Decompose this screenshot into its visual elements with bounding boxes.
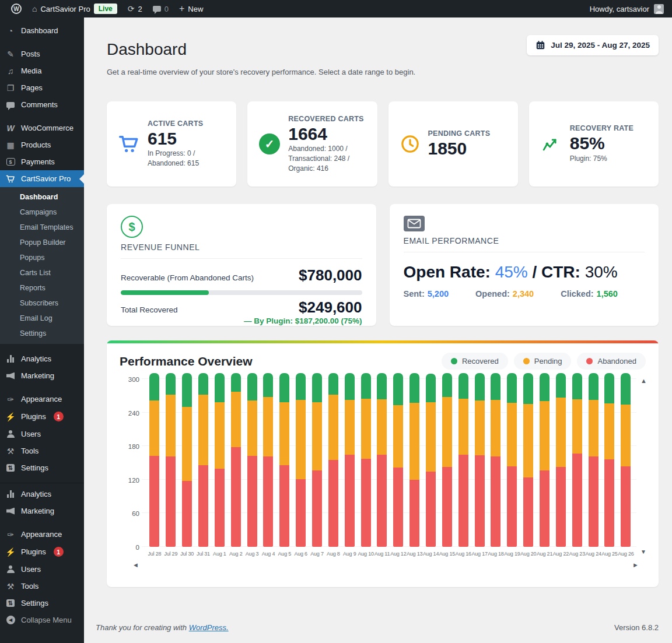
wordpress-logo-menu[interactable]: W (6, 0, 27, 17)
stacked-bar-jul-28 (149, 373, 159, 547)
bar-segment-recovered (182, 373, 192, 407)
sidebar-item-dashboard[interactable]: ◔Dashboard (0, 22, 84, 39)
trend-up-icon (541, 134, 562, 154)
bar-segment-abandoned (312, 470, 322, 547)
sidebar-subitem-settings[interactable]: Settings (0, 326, 84, 344)
sidebar-item-appearance[interactable]: ✑Appearance (0, 526, 84, 543)
legend-item-pending[interactable]: Pending (514, 353, 572, 370)
bar-segment-pending (345, 400, 355, 455)
date-range-picker[interactable]: Jul 29, 2025 - Aug 27, 2025 (527, 35, 659, 55)
sidebar-item-payments[interactable]: $Payments (0, 153, 84, 170)
wordpress-link[interactable]: WordPress. (189, 623, 229, 632)
dollar-circle-icon: $ (121, 216, 143, 238)
bar-segment-abandoned (621, 466, 631, 547)
sidebar-item-media[interactable]: ♫Media (0, 62, 84, 79)
sidebar-item-analytics[interactable]: Analytics (0, 350, 84, 367)
sidebar-item-analytics[interactable]: Analytics (0, 486, 84, 503)
sidebar-item-settings[interactable]: ⇅Settings (0, 459, 84, 476)
bar-slot (195, 373, 212, 547)
sidebar-separator (0, 476, 84, 483)
updates-link[interactable]: ⟳ 2 (123, 0, 148, 17)
sidebar-subitem-email-templates[interactable]: Email Templates (0, 220, 84, 235)
sidebar-subitem-subscribers[interactable]: Subscribers (0, 296, 84, 311)
sidebar-item-products[interactable]: ▦Products (0, 136, 84, 153)
sidebar-item-cartsavior-pro[interactable]: CartSavior Pro (0, 170, 84, 187)
sidebar-subitem-email-log[interactable]: Email Log (0, 311, 84, 326)
comments-link[interactable]: 0 (148, 0, 174, 17)
bar-segment-recovered (247, 373, 257, 400)
y-axis-label: 300 (120, 376, 139, 383)
sidebar-item-appearance[interactable]: ✑Appearance (0, 391, 84, 407)
stacked-bar-aug-10 (361, 373, 371, 547)
bar-segment-abandoned (263, 456, 273, 547)
wordpress-logo-icon: W (11, 3, 22, 14)
bar-slot (390, 373, 407, 547)
sidebar-subitem-popup-builder[interactable]: Popup Builder (0, 235, 84, 250)
bar-segment-pending (149, 400, 159, 456)
sidebar-subitem-popups[interactable]: Popups (0, 250, 84, 265)
scroll-left-icon[interactable]: ◄ (132, 562, 139, 568)
sidebar-item-label: Dashboard (21, 26, 58, 35)
stat-card-subline: In Progress: 0 / (148, 149, 203, 159)
sidebar-item-users[interactable]: Users (0, 426, 84, 442)
total-recovered-value: $249,600 (299, 298, 362, 317)
sidebar-item-collapse-menu[interactable]: ◀Collapse Menu (0, 612, 84, 628)
sidebar-item-comments[interactable]: Comments (0, 96, 84, 113)
check-circle-icon: ✓ (259, 133, 280, 154)
sidebar-item-tools[interactable]: ⚒Tools (0, 442, 84, 459)
legend-item-abandoned[interactable]: Abandoned (577, 353, 646, 370)
site-name-link[interactable]: ⌂ CartSavior Pro Live (27, 0, 123, 17)
x-axis-label: Aug 18 (488, 551, 504, 557)
x-axis-label: Aug 8 (325, 551, 341, 557)
stacked-bar-aug-1 (215, 373, 225, 547)
sidebar-subitem-carts-list[interactable]: Carts List (0, 265, 84, 280)
bar-slot (146, 373, 163, 547)
cart-icon (118, 135, 139, 153)
bar-segment-recovered (312, 373, 322, 402)
sidebar-item-marketing[interactable]: Marketing (0, 503, 84, 519)
sidebar-item-marketing[interactable]: Marketing (0, 367, 84, 384)
email-stat-opened: Opened:2,340 (475, 289, 534, 298)
bar-slot (260, 373, 276, 547)
sidebar-item-pages[interactable]: ❐Pages (0, 79, 84, 96)
stacked-bar-aug-20 (523, 373, 533, 547)
bar-slot (504, 373, 520, 547)
account-menu[interactable]: Howdy, cartsavior (590, 4, 666, 14)
scroll-down-icon[interactable]: ▼ (640, 549, 646, 555)
sidebar-item-users[interactable]: Users (0, 561, 84, 578)
footer-thanks-text: Thank you for creating with (96, 623, 189, 632)
sidebar-subitem-dashboard[interactable]: Dashboard (0, 187, 84, 205)
scroll-up-icon[interactable]: ▲ (640, 378, 647, 384)
bar-segment-abandoned (507, 466, 517, 547)
bar-segment-pending (198, 395, 208, 465)
legend-item-recovered[interactable]: Recovered (442, 353, 508, 370)
bar-segment-recovered (377, 373, 387, 399)
stat-card-body: ACTIVE CARTS615In Progress: 0 /Abandoned… (148, 120, 203, 168)
sidebar-item-plugins[interactable]: ⚡Plugins1 (0, 407, 84, 426)
bar-segment-abandoned (345, 455, 355, 547)
x-axis-label: Aug 16 (455, 551, 471, 557)
open-rate-line: Open Rate: 45% / CTR: 30% (404, 263, 645, 282)
x-axis-label: Aug 10 (358, 551, 374, 557)
sidebar-item-woocommerce[interactable]: WWooCommerce (0, 120, 84, 136)
sidebar-subitem-campaigns[interactable]: Campaigns (0, 205, 84, 220)
sidebar-item-posts[interactable]: ✎Posts (0, 45, 84, 62)
x-axis-label: Aug 23 (569, 551, 585, 557)
sidebar-item-tools[interactable]: ⚒Tools (0, 578, 84, 595)
sidebar-item-label: Tools (21, 447, 38, 455)
new-content-menu[interactable]: + New (174, 0, 208, 17)
bar-segment-recovered (296, 373, 306, 400)
scroll-right-icon[interactable]: ► (632, 562, 639, 568)
settings-icon: ⇅ (5, 599, 16, 607)
bar-slot (276, 373, 293, 547)
sidebar-item-settings[interactable]: ⇅Settings (0, 595, 84, 612)
bar-slot (439, 373, 455, 547)
stacked-bar-jul-29 (166, 373, 176, 547)
sidebar-item-plugins[interactable]: ⚡Plugins1 (0, 543, 84, 561)
stat-card-subline: Plugin: 75% (570, 154, 634, 164)
email-performance-title: EMAIL PERFORMANCE (404, 236, 645, 245)
bar-segment-abandoned (426, 472, 436, 547)
sidebar-subitem-reports[interactable]: Reports (0, 280, 84, 296)
bar-segment-abandoned (247, 456, 257, 547)
bar-slot (211, 373, 228, 547)
